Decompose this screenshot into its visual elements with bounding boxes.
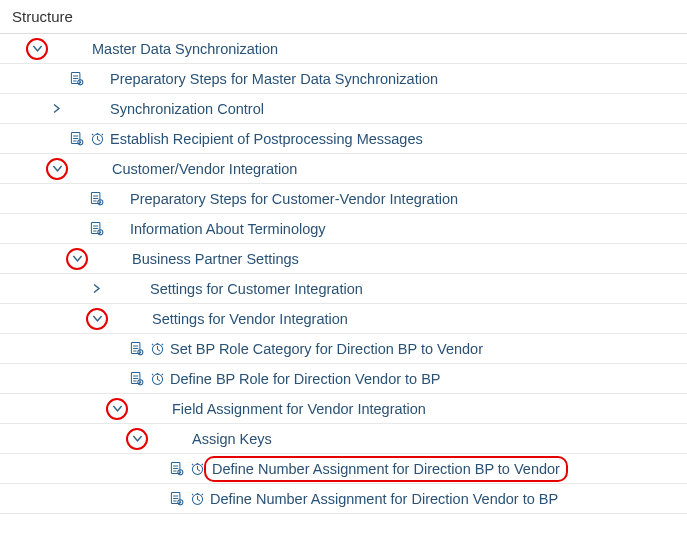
row-icons [126, 340, 168, 357]
tree-container: Master Data SynchronizationPreparatory S… [0, 34, 687, 514]
indent-spacer [6, 498, 26, 499]
indent-spacer [6, 78, 26, 79]
indent-spacer [6, 348, 26, 349]
tree-row: Preparatory Steps for Master Data Synchr… [0, 64, 687, 94]
indent-spacer [26, 408, 46, 409]
indent-spacer [46, 288, 66, 289]
indent-spacer [6, 168, 26, 169]
tree-row: Business Partner Settings [0, 244, 687, 274]
tree-node-label[interactable]: Preparatory Steps for Master Data Synchr… [108, 71, 438, 87]
chevron-down-icon[interactable] [126, 428, 148, 450]
indent-spacer [46, 258, 66, 259]
chevron-right-icon[interactable] [46, 99, 66, 119]
document-icon[interactable] [88, 220, 105, 237]
indent-spacer [126, 498, 146, 499]
document-icon[interactable] [68, 70, 85, 87]
indent-spacer [46, 378, 66, 379]
tree-row: Synchronization Control [0, 94, 687, 124]
indent-spacer [26, 438, 46, 439]
activity-clock-icon[interactable] [189, 490, 206, 507]
chevron-down-icon[interactable] [106, 398, 128, 420]
indent-spacer [86, 348, 106, 349]
tree-row: Define Number Assignment for Direction V… [0, 484, 687, 514]
indent-spacer [6, 288, 26, 289]
tree-node-label[interactable]: Define BP Role for Direction Vendor to B… [168, 371, 441, 387]
tree-row: Settings for Vendor Integration [0, 304, 687, 334]
row-icons [86, 220, 128, 237]
indent-spacer [26, 78, 46, 79]
indent-spacer [86, 378, 106, 379]
indent-spacer [46, 198, 66, 199]
indent-spacer [66, 408, 86, 409]
tree-node-label[interactable]: Preparatory Steps for Customer-Vendor In… [128, 191, 458, 207]
indent-spacer [46, 438, 66, 439]
indent-spacer [46, 318, 66, 319]
indent-spacer [6, 108, 26, 109]
indent-spacer [86, 468, 106, 469]
indent-spacer [66, 318, 86, 319]
activity-clock-icon[interactable] [149, 370, 166, 387]
indent-spacer [26, 378, 46, 379]
tree-node-label[interactable]: Set BP Role Category for Direction BP to… [168, 341, 483, 357]
document-icon[interactable] [88, 190, 105, 207]
tree-row: Assign Keys [0, 424, 687, 454]
chevron-down-icon[interactable] [26, 38, 48, 60]
tree-node-label[interactable]: Define Number Assignment for Direction B… [204, 456, 568, 482]
document-icon[interactable] [128, 340, 145, 357]
chevron-right-icon[interactable] [86, 279, 106, 299]
activity-clock-icon[interactable] [149, 340, 166, 357]
tree-row: Set BP Role Category for Direction BP to… [0, 334, 687, 364]
indent-spacer [26, 288, 46, 289]
indent-spacer [46, 468, 66, 469]
indent-spacer [6, 48, 26, 49]
chevron-down-icon[interactable] [46, 158, 68, 180]
indent-spacer [86, 438, 106, 439]
indent-spacer [66, 438, 86, 439]
indent-spacer [6, 318, 26, 319]
indent-spacer [6, 228, 26, 229]
tree-row: Define Number Assignment for Direction B… [0, 454, 687, 484]
tree-node-label[interactable]: Business Partner Settings [130, 251, 299, 267]
header-title: Structure [12, 8, 73, 25]
document-icon[interactable] [168, 460, 185, 477]
indent-spacer [6, 258, 26, 259]
tree-row: Field Assignment for Vendor Integration [0, 394, 687, 424]
tree-row: Settings for Customer Integration [0, 274, 687, 304]
indent-spacer [6, 198, 26, 199]
chevron-down-icon[interactable] [86, 308, 108, 330]
tree-node-label[interactable]: Define Number Assignment for Direction V… [208, 491, 558, 507]
indent-spacer [26, 108, 46, 109]
document-icon[interactable] [168, 490, 185, 507]
document-icon[interactable] [128, 370, 145, 387]
tree-node-label[interactable]: Assign Keys [190, 431, 272, 447]
indent-spacer [66, 498, 86, 499]
indent-spacer [66, 378, 86, 379]
tree-node-label[interactable]: Field Assignment for Vendor Integration [170, 401, 426, 417]
tree-node-label[interactable]: Master Data Synchronization [90, 41, 278, 57]
tree-row: Customer/Vendor Integration [0, 154, 687, 184]
tree-node-label[interactable]: Establish Recipient of Postprocessing Me… [108, 131, 423, 147]
indent-spacer [66, 348, 86, 349]
tree-node-label[interactable]: Synchronization Control [108, 101, 264, 117]
tree-node-label[interactable]: Settings for Customer Integration [148, 281, 363, 297]
indent-spacer [26, 228, 46, 229]
activity-clock-icon[interactable] [89, 130, 106, 147]
indent-spacer [26, 258, 46, 259]
tree-row: Preparatory Steps for Customer-Vendor In… [0, 184, 687, 214]
indent-spacer [26, 318, 46, 319]
indent-spacer [46, 228, 66, 229]
indent-spacer [6, 468, 26, 469]
indent-spacer [26, 468, 46, 469]
indent-spacer [6, 438, 26, 439]
indent-spacer [66, 288, 86, 289]
indent-spacer [6, 408, 26, 409]
tree-node-label[interactable]: Settings for Vendor Integration [150, 311, 348, 327]
indent-spacer [46, 498, 66, 499]
indent-spacer [26, 138, 46, 139]
chevron-down-icon[interactable] [66, 248, 88, 270]
document-icon[interactable] [68, 130, 85, 147]
tree-row: Information About Terminology [0, 214, 687, 244]
indent-spacer [6, 378, 26, 379]
tree-node-label[interactable]: Customer/Vendor Integration [110, 161, 297, 177]
tree-node-label[interactable]: Information About Terminology [128, 221, 326, 237]
